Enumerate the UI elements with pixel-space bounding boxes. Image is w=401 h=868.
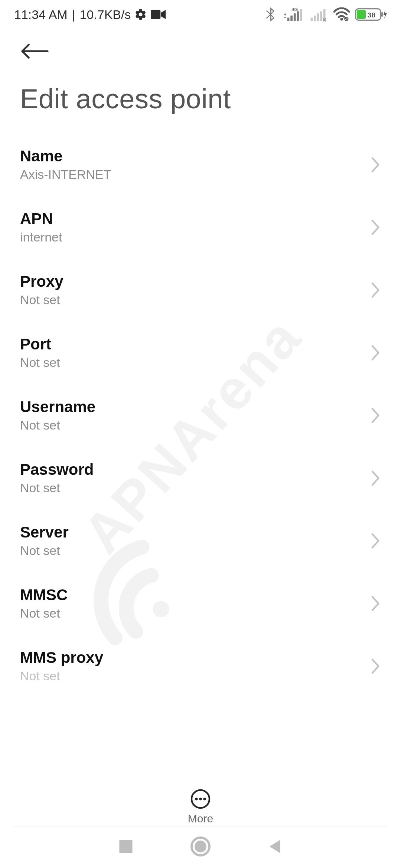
signal-sim1-icon: 4G: [281, 7, 304, 22]
row-value: Not set: [20, 355, 60, 370]
svg-point-22: [199, 798, 202, 800]
svg-rect-9: [311, 18, 313, 21]
svg-rect-7: [297, 11, 299, 21]
header: [0, 26, 401, 61]
nav-home-button[interactable]: [190, 836, 211, 858]
svg-rect-2: [151, 10, 160, 19]
chevron-right-icon: [371, 595, 381, 612]
nav-back-button[interactable]: [267, 838, 283, 856]
chevron-right-icon: [371, 407, 381, 424]
svg-rect-17: [357, 10, 366, 19]
row-label: Port: [20, 335, 60, 353]
square-icon: [118, 838, 134, 855]
row-label: Server: [20, 523, 69, 541]
circle-icon: [190, 836, 211, 857]
svg-text:38: 38: [368, 11, 376, 19]
row-value: Axis-INTERNET: [20, 167, 111, 182]
signal-sim2-icon: [309, 7, 328, 22]
row-value: internet: [20, 230, 62, 244]
chevron-right-icon: [371, 533, 381, 549]
row-label: MMSC: [20, 586, 68, 604]
row-value: Not set: [20, 293, 63, 307]
gear-icon: [134, 8, 147, 21]
svg-rect-4: [287, 18, 290, 21]
row-value: Not set: [20, 481, 94, 495]
chevron-right-icon: [371, 157, 381, 173]
row-value: Not set: [20, 543, 69, 558]
svg-rect-11: [317, 13, 319, 21]
status-network-speed: 10.7KB/s: [80, 7, 131, 22]
svg-rect-10: [314, 16, 316, 21]
more-button[interactable]: More: [0, 784, 401, 825]
page-title: Edit access point: [0, 61, 401, 126]
battery-icon: 38: [355, 7, 387, 22]
chevron-right-icon: [371, 219, 381, 236]
row-label: Username: [20, 398, 95, 416]
chevron-right-icon: [371, 470, 381, 486]
row-port[interactable]: Port Not set: [0, 321, 401, 384]
row-value: Not set: [20, 606, 68, 621]
row-label: Proxy: [20, 273, 63, 290]
row-value: Not set: [20, 418, 95, 433]
row-label: Name: [20, 147, 111, 165]
settings-list: Name Axis-INTERNET APN internet Proxy No…: [0, 126, 401, 697]
row-label: APN: [20, 210, 62, 228]
svg-point-23: [203, 798, 206, 800]
wifi-icon: [333, 7, 350, 22]
svg-rect-18: [381, 12, 383, 17]
triangle-left-icon: [267, 838, 283, 855]
status-time: 11:34 AM: [14, 7, 68, 22]
chevron-right-icon: [371, 658, 381, 674]
status-bar: 11:34 AM | 10.7KB/s 4G: [0, 0, 401, 26]
bluetooth-icon: [266, 7, 276, 22]
back-arrow-icon: [20, 43, 49, 59]
row-mmsc[interactable]: MMSC Not set: [0, 572, 401, 635]
row-server[interactable]: Server Not set: [0, 509, 401, 572]
row-value: Not set: [20, 669, 103, 683]
row-username[interactable]: Username Not set: [0, 384, 401, 447]
row-label: Password: [20, 461, 94, 479]
svg-point-26: [195, 841, 206, 852]
row-proxy[interactable]: Proxy Not set: [0, 259, 401, 321]
nav-recent-button[interactable]: [118, 838, 134, 856]
svg-rect-8: [300, 9, 302, 21]
svg-rect-24: [119, 840, 132, 853]
svg-point-21: [195, 798, 198, 800]
back-button[interactable]: [20, 43, 49, 61]
status-sep: |: [72, 7, 75, 22]
svg-rect-5: [290, 16, 293, 21]
row-apn[interactable]: APN internet: [0, 196, 401, 259]
row-name[interactable]: Name Axis-INTERNET: [0, 133, 401, 196]
chevron-right-icon: [371, 345, 381, 361]
svg-rect-12: [320, 11, 322, 21]
chevron-right-icon: [371, 282, 381, 298]
status-right: 4G 38: [266, 7, 387, 22]
camera-icon: [151, 9, 166, 20]
svg-rect-6: [294, 13, 296, 21]
row-password[interactable]: Password Not set: [0, 447, 401, 509]
more-icon: [190, 789, 211, 809]
row-label: MMS proxy: [20, 649, 103, 667]
row-mms-proxy[interactable]: MMS proxy Not set: [0, 635, 401, 697]
system-navbar: [0, 826, 401, 868]
more-label: More: [188, 812, 213, 825]
status-left: 11:34 AM | 10.7KB/s: [14, 7, 166, 22]
svg-point-14: [340, 18, 343, 20]
